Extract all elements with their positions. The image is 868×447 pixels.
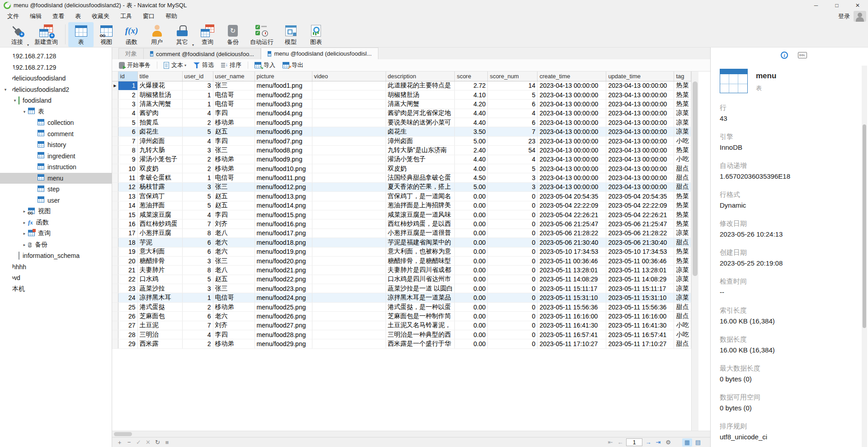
- cell-user_id[interactable]: 2: [182, 339, 213, 348]
- cell-video[interactable]: [312, 275, 386, 284]
- menu-item-1[interactable]: 编辑: [24, 11, 47, 22]
- cell-id[interactable]: 13: [118, 192, 137, 201]
- cell-title[interactable]: 小葱拌豆腐: [137, 228, 182, 238]
- discard-changes-button[interactable]: ✕: [143, 439, 153, 446]
- cell-video[interactable]: [312, 312, 386, 321]
- row-selector[interactable]: ▶: [112, 81, 118, 90]
- row-selector[interactable]: [112, 266, 118, 275]
- cell-picture[interactable]: menu/food29.png: [255, 339, 312, 348]
- cell-score[interactable]: 4.10: [455, 90, 488, 99]
- cell-score[interactable]: 0.00: [455, 330, 488, 339]
- record-number-input[interactable]: 1: [626, 438, 642, 446]
- menu-item-3[interactable]: 表: [70, 11, 86, 22]
- cell-create_time[interactable]: 2023-05-11 17:10:27: [538, 339, 606, 348]
- column-header-description[interactable]: description: [386, 71, 455, 81]
- cell-title[interactable]: 拍黄瓜: [137, 118, 182, 127]
- cell-picture[interactable]: menu/food22.png: [255, 275, 312, 284]
- cell-create_time[interactable]: 2023-04-13 00:00:00: [538, 173, 606, 182]
- cell-user_name[interactable]: 老八: [213, 266, 255, 275]
- maximize-button[interactable]: □: [826, 0, 847, 11]
- cell-score[interactable]: 0.00: [455, 339, 488, 348]
- cell-picture[interactable]: menu/food3.png: [255, 100, 312, 109]
- cell-picture[interactable]: menu/food17.png: [255, 228, 312, 238]
- tree-item-ingredient[interactable]: ingredient: [0, 151, 112, 162]
- cell-user_name[interactable]: 移动弟: [213, 302, 255, 311]
- info-tab-icon[interactable]: i: [781, 52, 788, 59]
- delete-record-button[interactable]: −: [124, 439, 134, 446]
- cell-score[interactable]: 0.00: [455, 228, 488, 238]
- column-header-id[interactable]: id: [118, 71, 137, 81]
- cell-tag[interactable]: 热菜: [674, 90, 691, 99]
- cell-user_name[interactable]: 老六: [213, 238, 255, 247]
- cell-description[interactable]: 糖醋排骨，是糖醋味型: [386, 256, 455, 265]
- cell-video[interactable]: [312, 164, 386, 173]
- cell-user_id[interactable]: 2: [182, 164, 213, 173]
- grid-hscroll-thumb[interactable]: [114, 432, 132, 436]
- cell-score_num[interactable]: 54: [488, 146, 538, 155]
- cell-score_num[interactable]: 0: [488, 219, 538, 228]
- cell-tag[interactable]: 甜点: [674, 339, 691, 348]
- cell-video[interactable]: [312, 210, 386, 219]
- cell-video[interactable]: [312, 284, 386, 293]
- toolbar-table-button[interactable]: 表: [68, 22, 94, 47]
- cell-tag[interactable]: 凉菜: [674, 266, 691, 275]
- cell-id[interactable]: 18: [118, 238, 137, 247]
- cell-user_name[interactable]: 电信哥: [213, 100, 255, 109]
- cell-create_time[interactable]: 2023-04-13 00:00:00: [538, 136, 606, 145]
- column-header-tag[interactable]: tag: [674, 71, 691, 81]
- cell-create_time[interactable]: 2023-04-13 00:00:00: [538, 81, 606, 90]
- expand-arrow-icon[interactable]: ▾: [2, 87, 9, 92]
- cell-tag[interactable]: 凉菜: [674, 228, 691, 238]
- cell-create_time[interactable]: 2023-05-11 16:57:41: [538, 330, 606, 339]
- cell-score_num[interactable]: 6: [488, 100, 538, 109]
- cell-tag[interactable]: 小吃: [674, 155, 691, 164]
- cell-description[interactable]: 清蒸大闸蟹: [386, 100, 455, 109]
- cell-update_time[interactable]: 2023-04-13 00:00:00: [606, 173, 674, 182]
- cell-id[interactable]: 2: [118, 90, 137, 99]
- grid-view-button[interactable]: ▦: [682, 438, 692, 447]
- cell-update_time[interactable]: 2023-05-11 14:08:29: [606, 275, 674, 284]
- tree-item-user[interactable]: user: [0, 195, 112, 206]
- grid-toolbar-begin-transaction-button[interactable]: 开始事务: [116, 60, 154, 71]
- cell-video[interactable]: [312, 247, 386, 256]
- cell-tag[interactable]: 甜点: [674, 182, 691, 191]
- cell-user_id[interactable]: 8: [182, 266, 213, 275]
- cell-id[interactable]: 9: [118, 155, 137, 164]
- cell-score_num[interactable]: 5: [488, 164, 538, 173]
- toolbar-backup-button[interactable]: ↻备份: [220, 22, 245, 47]
- cell-score_num[interactable]: 0: [488, 293, 538, 302]
- column-header-title[interactable]: title: [137, 71, 182, 81]
- cell-user_id[interactable]: 4: [182, 330, 213, 339]
- cell-create_time[interactable]: 2023-04-13 00:00:00: [538, 90, 606, 99]
- cell-id[interactable]: 15: [118, 210, 137, 219]
- grid-vertical-scrollbar[interactable]: [691, 71, 698, 431]
- tree-item-history[interactable]: history: [0, 139, 112, 151]
- cell-title[interactable]: 拿破仑蛋糕: [137, 173, 182, 182]
- cell-description[interactable]: 九转大肠"是山东济南: [386, 146, 455, 155]
- cell-description[interactable]: 咸菜滚豆腐是一道风味: [386, 210, 455, 219]
- cell-tag[interactable]: 凉菜: [674, 293, 691, 302]
- cell-update_time[interactable]: 2023-05-04 20:54:35: [606, 192, 674, 201]
- tree-item-step[interactable]: step: [0, 184, 112, 195]
- row-selector[interactable]: [112, 118, 118, 127]
- cell-create_time[interactable]: 2023-04-13 00:00:00: [538, 164, 606, 173]
- cell-score_num[interactable]: 0: [488, 266, 538, 275]
- row-selector[interactable]: [112, 201, 118, 210]
- cell-user_name[interactable]: 移动弟: [213, 339, 255, 348]
- toolbar-model-button[interactable]: 模型: [278, 22, 303, 47]
- first-record-button[interactable]: ⇤: [606, 439, 614, 446]
- tree-item-foodisland[interactable]: ▾foodisland: [0, 95, 112, 106]
- cell-create_time[interactable]: 2023-04-13 00:00:00: [538, 146, 606, 155]
- row-selector[interactable]: [112, 90, 118, 99]
- cell-update_time[interactable]: 2023-04-13 00:00:00: [606, 164, 674, 173]
- cell-user_id[interactable]: 3: [182, 182, 213, 191]
- cell-user_id[interactable]: 7: [182, 219, 213, 228]
- tree-item-comment[interactable]: comment: [0, 128, 112, 140]
- cell-update_time[interactable]: 2023-04-13 00:00:00: [606, 118, 674, 127]
- cell-title[interactable]: 夫妻肺片: [137, 266, 182, 275]
- cell-score_num[interactable]: 14: [488, 81, 538, 90]
- cell-tag[interactable]: 凉菜: [674, 127, 691, 136]
- cell-video[interactable]: [312, 339, 386, 348]
- cell-id[interactable]: 3: [118, 100, 137, 109]
- cell-picture[interactable]: menu/food20.png: [255, 256, 312, 265]
